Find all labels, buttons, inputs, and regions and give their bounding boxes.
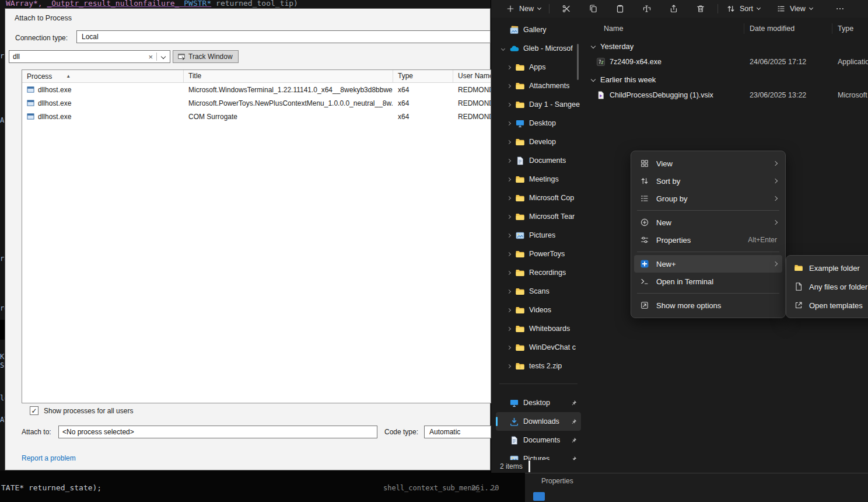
chevron-right-icon[interactable]	[506, 141, 511, 144]
chevron-right-icon[interactable]	[506, 85, 511, 88]
column-header-title[interactable]: Title	[184, 70, 393, 82]
filter-dropdown-icon[interactable]	[157, 55, 170, 58]
share-button[interactable]	[660, 2, 687, 16]
column-header-type[interactable]: Type	[393, 70, 453, 82]
show-all-users-row: ✓ Show processes for all users	[30, 406, 133, 415]
process-row[interactable]: dllhost.exe COM Surrogate x64 REDMOND	[22, 110, 491, 123]
attach-to-input[interactable]	[58, 426, 377, 438]
background-properties-window: Properties	[525, 473, 868, 502]
toolbar-divider	[718, 4, 718, 13]
column-header-user[interactable]: User Name	[453, 70, 491, 82]
sidebar-item-onedrive[interactable]: Gleb - Microsof	[496, 39, 581, 58]
paste-button[interactable]	[607, 2, 634, 16]
delete-icon	[696, 4, 705, 13]
group-header-earlier-this-week[interactable]: Earlier this week	[584, 72, 868, 87]
sidebar-item-desktop[interactable]: Desktop	[496, 114, 581, 133]
column-header-date-modified[interactable]: Date modified	[744, 23, 832, 34]
sidebar-item-powertoys[interactable]: PowerToys	[496, 245, 581, 263]
pinned-item-pictures[interactable]: Pictures	[496, 449, 581, 460]
sidebar-item-documents[interactable]: Documents	[496, 151, 581, 170]
submenu-item-example-folder[interactable]: Example folder	[789, 259, 868, 277]
sidebar-item-gallery[interactable]: Gallery	[496, 20, 581, 39]
sidebar-item-whiteboards[interactable]: Whiteboards	[496, 319, 581, 338]
sidebar-item-develop[interactable]: Develop	[496, 133, 581, 151]
submenu-item-open-templates[interactable]: Open templates	[789, 296, 868, 315]
column-header-name[interactable]: Name	[584, 25, 744, 33]
chevron-right-icon[interactable]	[506, 234, 511, 237]
process-row[interactable]: dllhost.exe Microsoft.PowerToys.NewPlusC…	[22, 96, 491, 110]
folder-icon	[515, 81, 525, 91]
rename-icon	[642, 4, 652, 13]
chevron-right-icon[interactable]	[506, 122, 511, 125]
chevron-right-icon[interactable]	[506, 178, 511, 181]
cut-button[interactable]	[553, 2, 580, 16]
menu-item-show-more-options[interactable]: Show more options	[634, 297, 782, 314]
chevron-right-icon[interactable]	[506, 253, 511, 256]
file-row[interactable]: 7z2409-x64.exe 24/06/2025 17:12 Applicat…	[584, 54, 868, 69]
menu-item-properties[interactable]: Properties Alt+Enter	[634, 231, 782, 249]
chevron-right-icon[interactable]	[506, 290, 511, 293]
chevron-right-icon[interactable]	[506, 346, 511, 349]
chevron-down-icon	[591, 44, 596, 48]
menu-item-new[interactable]: New	[634, 214, 782, 231]
process-row[interactable]: dllhost.exe Microsoft.WindowsTerminal_1.…	[22, 83, 491, 96]
sidebar-item-scans[interactable]: Scans	[496, 282, 581, 301]
sidebar-item-recordings[interactable]: Recordings	[496, 263, 581, 282]
sidebar-item-apps[interactable]: Apps	[496, 58, 581, 76]
sort-button[interactable]: Sort	[722, 2, 765, 16]
code-bottom-line: TATE* returned_state);	[1, 483, 102, 492]
chevron-right-icon[interactable]	[506, 271, 511, 274]
sidebar-item-attachments[interactable]: Attachments	[496, 76, 581, 95]
chevron-right-icon[interactable]	[506, 103, 511, 106]
menu-item-sort-by[interactable]: Sort by	[634, 172, 782, 190]
onedrive-icon	[509, 44, 519, 54]
delete-button[interactable]	[687, 2, 714, 16]
item-count: 2 items	[500, 462, 523, 470]
pinned-item-downloads[interactable]: Downloads	[496, 412, 581, 431]
view-button[interactable]: View	[772, 2, 817, 16]
chevron-down-icon[interactable]	[501, 47, 505, 50]
track-window-button[interactable]: Track Window	[173, 50, 239, 63]
pinned-item-documents[interactable]: Documents	[496, 431, 581, 449]
menu-item-view[interactable]: View	[634, 155, 782, 172]
rename-button[interactable]	[634, 2, 660, 16]
properties-icon	[640, 235, 649, 245]
process-filter-input[interactable]	[9, 53, 145, 61]
pin-icon	[570, 418, 578, 426]
column-header-type[interactable]: Type	[832, 23, 868, 34]
submenu-item-any-files[interactable]: Any files or folder	[789, 277, 868, 296]
group-header-yesterday[interactable]: Yesterday	[584, 39, 868, 54]
chevron-right-icon[interactable]	[506, 197, 511, 200]
new-button[interactable]: New	[501, 2, 545, 16]
copy-button[interactable]	[580, 2, 607, 16]
sidebar-item-microsoft-tear[interactable]: Microsoft Tear	[496, 207, 581, 226]
chevron-right-icon[interactable]	[506, 309, 511, 312]
column-header-process[interactable]: Process ▲	[22, 70, 184, 82]
chevron-right-icon[interactable]	[506, 327, 511, 330]
window-icon	[533, 492, 545, 501]
clear-filter-icon[interactable]: ×	[145, 53, 156, 61]
chevron-right-icon[interactable]	[506, 365, 511, 368]
file-row[interactable]: ChildProcessDebugging (1).vsix 23/06/202…	[584, 87, 868, 103]
chevron-right-icon[interactable]	[506, 215, 511, 218]
status-bar-divider	[528, 461, 530, 472]
chevron-right-icon[interactable]	[506, 159, 511, 162]
connection-type-select[interactable]: Local	[76, 30, 491, 43]
sidebar-item-microsoft-cop[interactable]: Microsoft Cop	[496, 189, 581, 207]
chevron-right-icon[interactable]	[506, 66, 511, 69]
menu-item-group-by[interactable]: Group by	[634, 190, 782, 207]
code-type-select[interactable]: Automatic	[424, 426, 491, 438]
more-options-button[interactable]	[827, 2, 853, 16]
menu-item-new-plus[interactable]: New+	[634, 255, 782, 273]
menu-item-open-in-terminal[interactable]: Open in Terminal	[634, 273, 782, 290]
sidebar-item-day1[interactable]: Day 1 - Sangee	[496, 95, 581, 114]
report-problem-link[interactable]: Report a problem	[22, 454, 76, 462]
sidebar-item-meetings[interactable]: Meetings	[496, 170, 581, 189]
sidebar-item-pictures[interactable]: Pictures	[496, 226, 581, 245]
sidebar-scrollbar[interactable]	[577, 44, 579, 80]
sidebar-item-videos[interactable]: Videos	[496, 301, 581, 319]
pinned-item-desktop[interactable]: Desktop	[496, 393, 581, 412]
sidebar-item-tests-zip[interactable]: tests 2.zip	[496, 357, 581, 375]
show-all-users-checkbox[interactable]: ✓	[30, 406, 38, 415]
sidebar-item-windevchat[interactable]: WinDevChat c	[496, 338, 581, 357]
